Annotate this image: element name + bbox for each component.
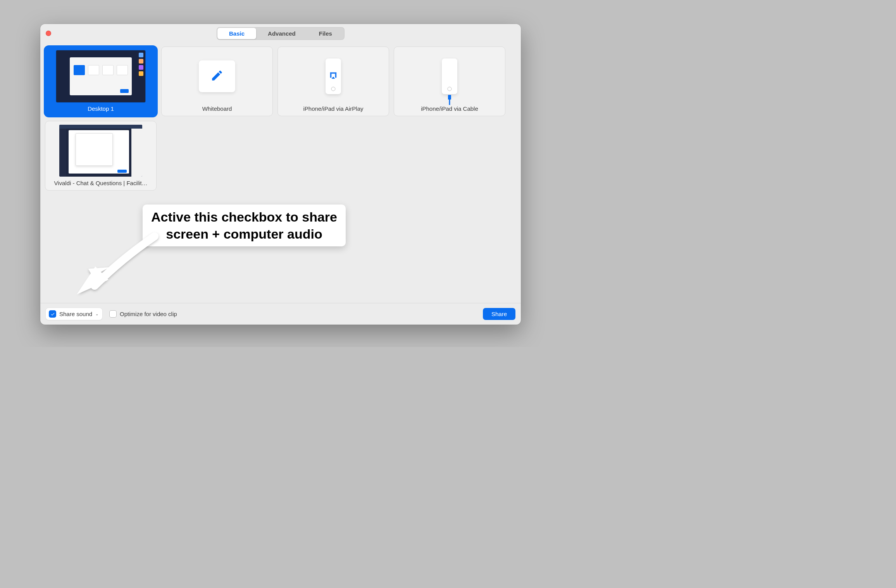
pencil-icon bbox=[210, 69, 224, 84]
annotation-callout: Active this checkbox to share screen + c… bbox=[143, 205, 346, 246]
annotation-line2: screen + computer audio bbox=[151, 225, 337, 242]
chevron-down-icon[interactable]: ⌄ bbox=[95, 312, 98, 316]
card-label: Whiteboard bbox=[202, 105, 232, 112]
tab-basic[interactable]: Basic bbox=[217, 28, 256, 39]
share-sound-control[interactable]: Share sound ⌄ bbox=[46, 308, 102, 320]
app-window-thumbnail bbox=[50, 124, 152, 177]
titlebar: Basic Advanced Files bbox=[40, 24, 521, 43]
optimize-video-control[interactable]: Optimize for video clip bbox=[109, 310, 177, 318]
tab-segmented-control: Basic Advanced Files bbox=[217, 27, 345, 40]
optimize-video-checkbox[interactable] bbox=[109, 310, 117, 318]
desktop-thumbnail bbox=[50, 50, 152, 102]
checkmark-icon bbox=[50, 312, 55, 316]
whiteboard-thumbnail bbox=[166, 50, 268, 102]
share-sound-label: Share sound bbox=[59, 311, 92, 317]
annotation-line1: Active this checkbox to share bbox=[151, 208, 337, 225]
airplay-icon bbox=[329, 71, 338, 81]
card-desktop-1[interactable]: Desktop 1 bbox=[45, 46, 157, 116]
tab-advanced[interactable]: Advanced bbox=[256, 28, 307, 39]
share-screen-window: Basic Advanced Files bbox=[40, 24, 521, 325]
share-sound-checkbox[interactable] bbox=[49, 310, 56, 318]
card-label: Vivaldi - Chat & Questions | Facilit… bbox=[54, 180, 147, 186]
tab-files[interactable]: Files bbox=[307, 28, 344, 39]
share-button[interactable]: Share bbox=[483, 308, 515, 320]
optimize-video-label: Optimize for video clip bbox=[120, 311, 177, 317]
footer-bar: Share sound ⌄ Optimize for video clip Sh… bbox=[40, 303, 521, 325]
cable-thumbnail bbox=[399, 50, 500, 102]
cable-wire-icon bbox=[449, 99, 450, 105]
card-label: iPhone/iPad via AirPlay bbox=[303, 105, 363, 112]
airplay-thumbnail bbox=[283, 50, 384, 102]
card-airplay[interactable]: iPhone/iPad via AirPlay bbox=[277, 46, 389, 116]
card-app-window-vivaldi[interactable]: Vivaldi - Chat & Questions | Facilit… bbox=[45, 121, 157, 191]
share-options-grid: Desktop 1 Whiteboard iPhone/iPad bbox=[40, 43, 521, 191]
card-whiteboard[interactable]: Whiteboard bbox=[161, 46, 273, 116]
card-label: Desktop 1 bbox=[88, 105, 114, 112]
close-icon[interactable] bbox=[46, 31, 51, 36]
card-cable[interactable]: iPhone/iPad via Cable bbox=[394, 46, 505, 116]
card-label: iPhone/iPad via Cable bbox=[421, 105, 478, 112]
